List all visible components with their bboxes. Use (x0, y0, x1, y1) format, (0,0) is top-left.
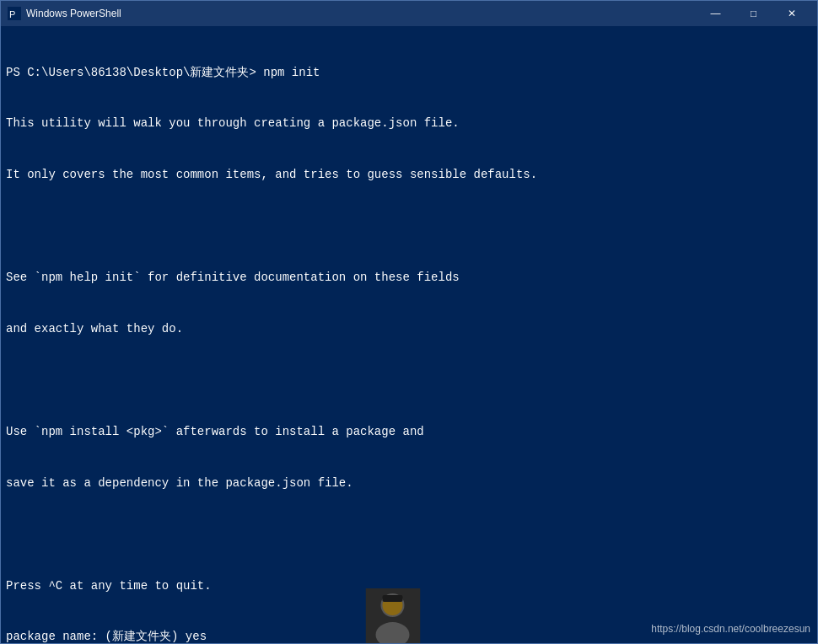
line-5: See `npm help init` for definitive docum… (6, 269, 812, 286)
line-9: save it as a dependency in the package.j… (6, 475, 812, 491)
app-icon: P (8, 7, 21, 20)
svg-text:P: P (9, 9, 15, 19)
avatar (365, 588, 420, 643)
titlebar: P Windows PowerShell — □ ✕ (1, 1, 817, 26)
line-1: PS C:\Users\86138\Desktop\新建文件夹> npm ini… (6, 64, 812, 81)
line-7 (6, 372, 812, 389)
line-3: It only covers the most common items, an… (6, 166, 812, 183)
minimize-button[interactable]: — (697, 1, 735, 26)
window-controls: — □ ✕ (697, 1, 810, 26)
svg-rect-6 (382, 595, 402, 602)
powershell-window: P Windows PowerShell — □ ✕ PS C:\Users\8… (0, 0, 818, 644)
close-button[interactable]: ✕ (772, 1, 810, 26)
line-6: and exactly what they do. (6, 320, 812, 337)
maximize-button[interactable]: □ (735, 1, 772, 26)
window-title: Windows PowerShell (26, 8, 697, 19)
line-2: This utility will walk you through creat… (6, 115, 812, 131)
line-8: Use `npm install <pkg>` afterwards to in… (6, 423, 812, 440)
watermark: https://blog.csdn.net/coolbreezesun (651, 622, 810, 636)
terminal-body[interactable]: PS C:\Users\86138\Desktop\新建文件夹> npm ini… (1, 26, 817, 643)
line-10 (6, 526, 812, 543)
terminal-content: PS C:\Users\86138\Desktop\新建文件夹> npm ini… (6, 30, 812, 643)
line-4 (6, 217, 812, 234)
